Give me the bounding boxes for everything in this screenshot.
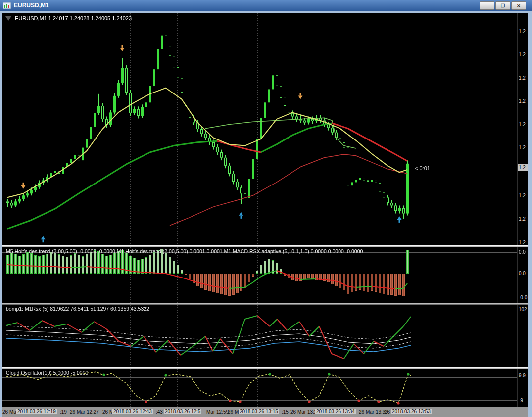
window-title: EURUSD,M1 — [14, 2, 49, 9]
axis-label: 1.2 — [519, 29, 526, 34]
axis-label: 1.2 — [519, 75, 526, 81]
window-border-right — [528, 11, 532, 417]
time-label: :15 — [282, 409, 289, 415]
time-label: 2018.03.26 13:34 — [315, 409, 356, 414]
axis-label: 0.0 — [519, 271, 526, 276]
close-button[interactable]: ✕ — [511, 1, 526, 10]
chart-info-label: EURUSD,M1 1.24017 1.24028 1.24005 1.2402… — [15, 15, 132, 21]
main-chart-canvas[interactable] — [2, 13, 517, 245]
time-axis[interactable]: 26 Ma2018.03.26 12:19:1926 Mar 12:2726 M… — [2, 407, 528, 417]
time-label: 26 Mar 13:2 — [290, 409, 317, 415]
time-label: 26 Mar 13:39 — [359, 409, 388, 415]
main-chart-panel: EURUSD,M1 1.24017 1.24028 1.24005 1.2402… — [2, 13, 517, 245]
maximize-button[interactable]: ❐ — [495, 1, 510, 10]
indicator2-canvas[interactable] — [2, 305, 517, 367]
indicator2-panel: bomp1: M1Rsx (5) 81.9622 76.5411 51.1297… — [2, 305, 517, 367]
time-label: 2018.03.26 13:15 — [239, 409, 279, 414]
chart-window: EURUSD,M1 – ❐ ✕ EURUSD,M1 1.24017 1.2402… — [0, 0, 532, 417]
indicator1-axis[interactable]: 0.00.0-0.0 — [517, 247, 528, 303]
axis-label: 102 — [519, 307, 527, 312]
titlebar[interactable]: EURUSD,M1 – ❐ ✕ — [0, 0, 532, 11]
axis-label: 1.2 — [519, 145, 526, 150]
axis-label: 1.2 — [519, 193, 526, 198]
axis-label: 1.2 — [519, 216, 526, 222]
axis-label: -0.0 — [519, 295, 527, 300]
axis-label: 1.2 — [519, 122, 526, 127]
indicator1-panel: M5 Holt's des trend (2.00,5.00) -0.0000 … — [2, 247, 517, 303]
indicator3-panel: Cloud Oscillator(10) 5.0000 -5.0000 — [2, 369, 517, 407]
quick-trade-arrow-icon[interactable] — [5, 16, 11, 21]
time-label: 2018.03.26 12:43 — [112, 409, 153, 414]
axis-label: 0.0 — [519, 249, 526, 255]
time-label: 2018.03.26 12:19 — [16, 409, 57, 414]
indicator1-label: M5 Holt's des trend (2.00,5.00) -0.0000 … — [6, 248, 363, 254]
window-controls: – ❐ ✕ — [480, 1, 526, 10]
indicator3-label: Cloud Oscillator(10) 5.0000 -5.0000 — [6, 370, 88, 376]
axis-label: 1.2 — [519, 240, 526, 245]
indicator2-label: bomp1: M1Rsx (5) 81.9622 76.5411 51.1297… — [6, 306, 149, 312]
time-label: :43 — [156, 409, 163, 415]
indicator2-axis[interactable]: 102 — [517, 305, 528, 367]
time-label: Mar 12:59 — [206, 409, 229, 415]
price-axis[interactable]: 1.2 1.21.21.21.21.21.21.21.21.2 — [517, 13, 528, 245]
axis-label: 1.2 — [519, 52, 526, 57]
current-price-tag: 1.2 — [518, 164, 528, 171]
time-label: 2018.03.26 13:53 — [391, 409, 432, 414]
time-label: :19 — [60, 409, 67, 415]
time-label: 2018.03.26 12:5 — [164, 409, 201, 414]
chart-icon — [3, 2, 11, 9]
bar-countdown-label: < 0:01 — [415, 165, 430, 171]
chart-info: EURUSD,M1 1.24017 1.24028 1.24005 1.2402… — [5, 15, 132, 21]
axis-label: 1.2 — [519, 98, 526, 104]
axis-label: 9.9 — [519, 373, 526, 378]
minimize-button[interactable]: – — [480, 1, 494, 10]
axis-label: -9 — [519, 398, 523, 403]
indicator1-canvas[interactable] — [2, 247, 517, 303]
time-label: 26 — [385, 409, 390, 415]
time-label: 26 Mar 12:27 — [70, 409, 99, 415]
time-label: 26 Ma — [2, 409, 16, 415]
indicator3-axis[interactable]: 9.9-9 — [517, 369, 528, 407]
